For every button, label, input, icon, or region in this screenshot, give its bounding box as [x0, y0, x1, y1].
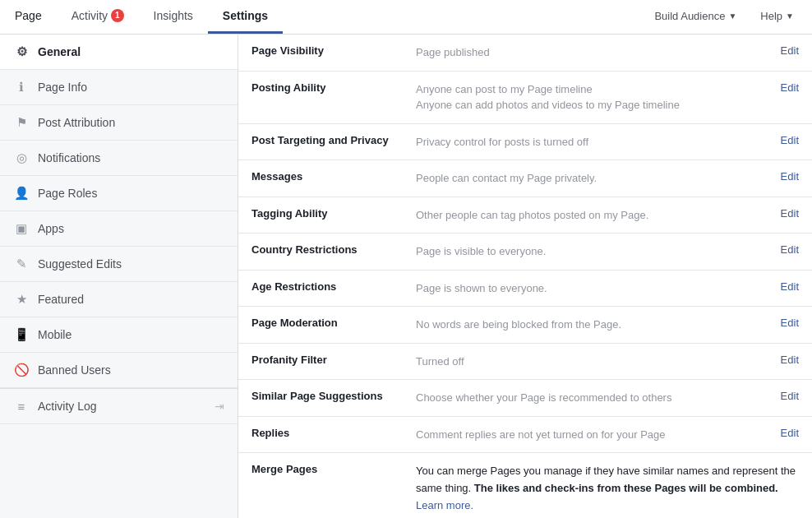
- sidebar-label-banned-users: Banned Users: [38, 363, 111, 377]
- action-build-audience[interactable]: Build Audience▼: [644, 5, 746, 30]
- settings-row-similar-page-suggestions: Similar Page Suggestions Choose whether …: [238, 380, 812, 417]
- settings-row-merge-pages: Merge Pages You can merge Pages you mana…: [238, 453, 812, 519]
- badge-activity: 1: [111, 9, 124, 22]
- settings-row-country-restrictions: Country Restrictions Page is visible to …: [238, 234, 812, 271]
- settings-row-page-visibility: Page Visibility Page published Edit: [238, 35, 812, 71]
- edit-link-replies[interactable]: Edit: [781, 427, 799, 439]
- sidebar-item-page-info[interactable]: ℹ Page Info: [0, 70, 238, 105]
- sidebar-label-mobile: Mobile: [38, 328, 72, 341]
- learn-more-link[interactable]: Learn more.: [416, 499, 473, 511]
- setting-value-posting-ability: Anyone can post to my Page timelineAnyon…: [403, 71, 768, 123]
- sidebar-item-post-attribution[interactable]: ⚑ Post Attribution: [0, 105, 238, 141]
- sidebar-item-suggested-edits[interactable]: ✎ Suggested Edits: [0, 247, 238, 282]
- settings-row-age-restrictions: Age Restrictions Page is shown to everyo…: [238, 270, 812, 307]
- sidebar-item-mobile[interactable]: 📱 Mobile: [0, 317, 238, 353]
- setting-label-profanity-filter: Profanity Filter: [238, 343, 403, 380]
- sidebar-label-notifications: Notifications: [38, 151, 100, 164]
- setting-value-tagging-ability: Other people can tag photos posted on my…: [403, 197, 768, 234]
- nav-tab-activity[interactable]: Activity1: [57, 0, 139, 34]
- edit-link-age-restrictions[interactable]: Edit: [781, 280, 799, 293]
- banned-users-icon: 🚫: [13, 362, 30, 378]
- nav-tab-page[interactable]: Page: [0, 0, 57, 34]
- setting-label-post-targeting: Post Targeting and Privacy: [238, 123, 403, 160]
- settings-table: Page Visibility Page published Edit Post…: [238, 35, 812, 518]
- activity-log-icon: ≡: [13, 398, 30, 414]
- suggested-edits-icon: ✎: [13, 256, 30, 272]
- sidebar-label-post-attribution: Post Attribution: [38, 116, 115, 129]
- settings-row-posting-ability: Posting Ability Anyone can post to my Pa…: [238, 71, 812, 123]
- general-icon: ⚙: [13, 44, 30, 60]
- sidebar-item-banned-users[interactable]: 🚫 Banned Users: [0, 353, 238, 388]
- action-help[interactable]: Help▼: [750, 5, 804, 30]
- mobile-icon: 📱: [13, 326, 30, 343]
- setting-value-profanity-filter: Turned off: [403, 343, 768, 380]
- sidebar-label-general: General: [38, 45, 81, 58]
- edit-link-page-moderation[interactable]: Edit: [781, 317, 799, 329]
- sidebar-label-featured: Featured: [38, 293, 84, 306]
- setting-label-merge-pages: Merge Pages: [238, 453, 403, 519]
- featured-icon: ★: [13, 291, 30, 308]
- top-nav: PageActivity1InsightsSettings Build Audi…: [0, 0, 812, 35]
- sidebar-label-activity-log: Activity Log: [38, 400, 97, 413]
- sidebar-item-page-roles[interactable]: 👤 Page Roles: [0, 176, 238, 211]
- nav-actions: Build Audience▼Help▼: [644, 0, 812, 34]
- page-body: ⚙ General ℹ Page Info ⚑ Post Attribution…: [0, 35, 812, 518]
- notifications-icon: ◎: [13, 150, 30, 166]
- merge-description: You can merge Pages you manage if they h…: [416, 463, 799, 514]
- setting-value-messages: People can contact my Page privately.: [403, 160, 768, 197]
- setting-label-age-restrictions: Age Restrictions: [238, 270, 403, 307]
- sidebar-label-page-roles: Page Roles: [38, 187, 97, 200]
- setting-value-age-restrictions: Page is shown to everyone.: [403, 270, 768, 307]
- page-info-icon: ℹ: [13, 79, 30, 95]
- settings-row-post-targeting: Post Targeting and Privacy Privacy contr…: [238, 123, 812, 160]
- setting-label-posting-ability: Posting Ability: [238, 71, 403, 123]
- setting-value-post-targeting: Privacy control for posts is turned off: [403, 123, 768, 160]
- nav-tab-settings[interactable]: Settings: [208, 0, 283, 34]
- settings-row-replies: Replies Comment replies are not yet turn…: [238, 416, 812, 453]
- external-link-icon: ⇥: [215, 400, 224, 413]
- sidebar-label-apps: Apps: [38, 222, 64, 235]
- apps-icon: ▣: [13, 220, 30, 237]
- settings-row-messages: Messages People can contact my Page priv…: [238, 160, 812, 197]
- edit-link-post-targeting[interactable]: Edit: [781, 134, 799, 146]
- merge-bold: The likes and check-ins from these Pages…: [474, 482, 778, 494]
- edit-link-page-visibility[interactable]: Edit: [781, 44, 799, 57]
- sidebar-item-featured[interactable]: ★ Featured: [0, 282, 238, 317]
- sidebar: ⚙ General ℹ Page Info ⚑ Post Attribution…: [0, 35, 238, 518]
- nav-tabs: PageActivity1InsightsSettings: [0, 0, 644, 34]
- setting-label-country-restrictions: Country Restrictions: [238, 234, 403, 271]
- sidebar-label-suggested-edits: Suggested Edits: [38, 257, 122, 271]
- chevron-icon: ▼: [786, 12, 794, 21]
- edit-link-tagging-ability[interactable]: Edit: [781, 207, 799, 220]
- sidebar-item-notifications[interactable]: ◎ Notifications: [0, 141, 238, 176]
- edit-link-messages[interactable]: Edit: [781, 170, 799, 183]
- setting-label-tagging-ability: Tagging Ability: [238, 197, 403, 234]
- sidebar-item-apps[interactable]: ▣ Apps: [0, 211, 238, 247]
- sidebar-label-page-info: Page Info: [38, 81, 87, 94]
- setting-value-merge-pages: You can merge Pages you manage if they h…: [403, 453, 812, 519]
- edit-link-profanity-filter[interactable]: Edit: [781, 354, 799, 366]
- chevron-icon: ▼: [728, 12, 736, 21]
- setting-value-page-visibility: Page published: [403, 35, 768, 71]
- settings-row-tagging-ability: Tagging Ability Other people can tag pho…: [238, 197, 812, 234]
- setting-value-similar-page-suggestions: Choose whether your Page is recommended …: [403, 380, 768, 417]
- page-roles-icon: 👤: [13, 185, 30, 201]
- setting-label-replies: Replies: [238, 416, 403, 453]
- post-attribution-icon: ⚑: [13, 114, 30, 131]
- main-content: Page Visibility Page published Edit Post…: [238, 35, 812, 518]
- sidebar-item-activity-log[interactable]: ≡ Activity Log ⇥: [0, 388, 238, 424]
- nav-tab-insights[interactable]: Insights: [139, 0, 208, 34]
- setting-value-page-moderation: No words are being blocked from the Page…: [403, 307, 768, 344]
- edit-link-country-restrictions[interactable]: Edit: [781, 243, 799, 256]
- setting-label-similar-page-suggestions: Similar Page Suggestions: [238, 380, 403, 417]
- setting-value-replies: Comment replies are not yet turned on fo…: [403, 416, 768, 453]
- edit-link-posting-ability[interactable]: Edit: [781, 81, 799, 94]
- setting-label-messages: Messages: [238, 160, 403, 197]
- settings-row-page-moderation: Page Moderation No words are being block…: [238, 307, 812, 344]
- settings-row-profanity-filter: Profanity Filter Turned off Edit: [238, 343, 812, 380]
- setting-label-page-visibility: Page Visibility: [238, 35, 403, 71]
- sidebar-item-general[interactable]: ⚙ General: [0, 35, 238, 70]
- edit-link-similar-page-suggestions[interactable]: Edit: [781, 390, 799, 402]
- setting-value-country-restrictions: Page is visible to everyone.: [403, 234, 768, 271]
- setting-label-page-moderation: Page Moderation: [238, 307, 403, 344]
